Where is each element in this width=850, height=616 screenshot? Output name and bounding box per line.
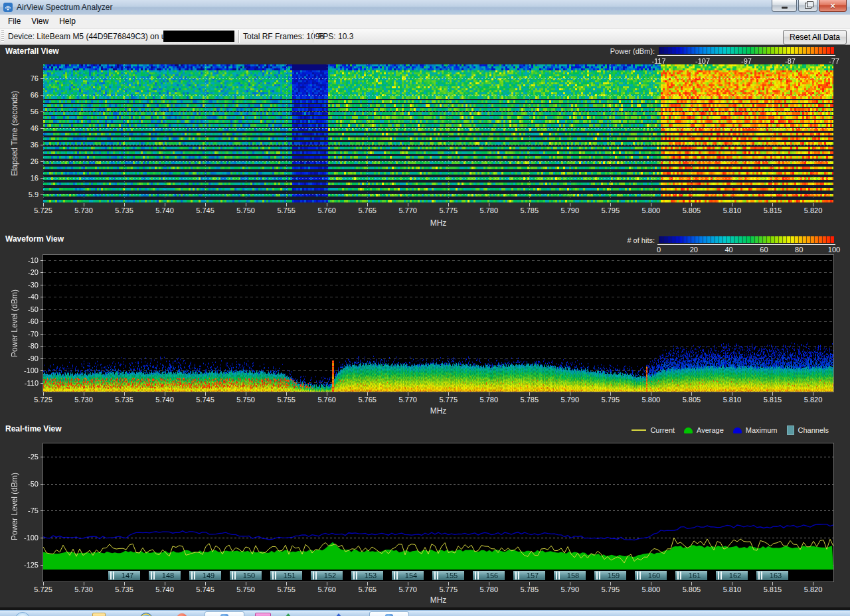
y-tick-mark xyxy=(41,510,43,511)
total-frames-status: Total RF Frames: 1096 xyxy=(243,29,324,44)
blue-triangle-app-icon[interactable] xyxy=(332,613,345,616)
red-app-icon[interactable] xyxy=(177,613,187,616)
y-tick-mark xyxy=(41,334,43,335)
x-tick-label: 5.790 xyxy=(561,206,580,214)
hits-colorbar xyxy=(659,236,834,243)
colorbar-tick-label: 20 xyxy=(690,246,698,254)
x-tick-label: 5.785 xyxy=(521,585,539,593)
colorbar-tick-label: -87 xyxy=(785,57,796,65)
colorbar-tick-label: -97 xyxy=(741,57,752,65)
start-orb-icon[interactable] xyxy=(15,612,31,616)
open-window-button-2[interactable] xyxy=(369,611,409,616)
close-icon: × xyxy=(830,1,835,11)
y-tick-mark xyxy=(41,95,43,96)
legend-item-maximum: Maximum xyxy=(733,426,778,434)
x-tick-label: 5.740 xyxy=(155,206,174,214)
toolbar-grip-icon[interactable] xyxy=(1,31,4,42)
x-tick-label: 5.800 xyxy=(642,206,661,214)
restore-button[interactable] xyxy=(798,0,817,12)
waterfall-heatmap-canvas xyxy=(43,64,833,202)
x-tick-label: 5.800 xyxy=(642,396,661,404)
y-tick-label: -90 xyxy=(28,354,39,362)
x-tick-label: 5.765 xyxy=(358,396,377,404)
x-tick-label: 5.735 xyxy=(115,206,133,214)
maximum-area-icon xyxy=(733,427,742,433)
y-tick-label: -70 xyxy=(28,330,39,338)
x-tick-label: 5.725 xyxy=(34,585,52,593)
title-bar: AirView Spectrum Analyzer × xyxy=(0,0,850,15)
x-tick-label: 5.725 xyxy=(34,206,52,214)
waveform-heatmap-canvas xyxy=(43,255,833,392)
internet-explorer-icon[interactable] xyxy=(139,613,153,616)
legend-channels-label: Channels xyxy=(798,426,829,434)
x-tick-label: 5.780 xyxy=(480,206,499,214)
x-tick-label: 5.755 xyxy=(277,206,296,214)
colorbar-tick-label: -117 xyxy=(651,57,665,65)
legend-item-current: Current xyxy=(632,426,675,434)
x-tick-label: 5.730 xyxy=(74,206,93,214)
hits-colorbar-underline xyxy=(657,244,835,245)
y-tick-mark xyxy=(41,370,43,371)
y-tick-label: 66 xyxy=(31,91,39,99)
close-button[interactable]: × xyxy=(819,0,847,12)
x-tick-label: 5.800 xyxy=(642,585,661,593)
menu-view[interactable]: View xyxy=(26,15,54,27)
x-axis-unit-label: MHz xyxy=(430,218,447,228)
x-tick-label: 5.815 xyxy=(764,206,782,214)
x-tick-label: 5.805 xyxy=(683,206,701,214)
x-tick-label: 5.730 xyxy=(74,396,93,404)
x-tick-label: 5.815 xyxy=(764,585,782,593)
x-tick-label: 5.805 xyxy=(683,585,701,593)
y-tick-mark xyxy=(41,383,43,384)
fps-status: FPS: 10.3 xyxy=(318,29,353,44)
green-app-icon[interactable] xyxy=(282,613,295,616)
open-window-button-1[interactable] xyxy=(205,611,244,616)
pink-app-icon[interactable] xyxy=(255,613,271,616)
y-tick-label: -100 xyxy=(24,366,39,374)
window-title: AirView Spectrum Analyzer xyxy=(17,3,113,12)
menu-file[interactable]: File xyxy=(3,15,26,27)
y-tick-label: -125 xyxy=(24,561,39,569)
average-area-icon xyxy=(684,427,693,433)
x-tick-label: 5.775 xyxy=(439,585,458,593)
x-tick-label: 5.810 xyxy=(723,396,742,404)
minimize-button[interactable] xyxy=(772,0,797,12)
restore-icon xyxy=(805,3,811,9)
y-tick-label: -50 xyxy=(28,480,39,488)
menu-help[interactable]: Help xyxy=(54,15,81,27)
legend-current-label: Current xyxy=(650,426,675,434)
x-tick-label: 5.820 xyxy=(804,206,823,214)
y-tick-mark xyxy=(41,194,43,195)
legend-average-label: Average xyxy=(697,426,724,434)
x-tick-label: 5.785 xyxy=(521,396,539,404)
realtime-y-axis-title: Power Level (dBm) xyxy=(10,473,19,540)
colorbar-tick-label: 0 xyxy=(657,246,661,254)
colorbar-tick-label: 60 xyxy=(760,246,768,254)
x-tick-label: 5.735 xyxy=(115,585,133,593)
folder-icon[interactable] xyxy=(92,613,106,616)
y-tick-mark xyxy=(41,260,43,261)
x-tick-label: 5.730 xyxy=(74,585,93,593)
x-tick-label: 5.725 xyxy=(34,396,52,404)
x-tick-label: 5.740 xyxy=(155,396,174,404)
redacted-host xyxy=(163,31,234,42)
reset-all-data-button[interactable]: Reset All Data xyxy=(783,30,847,44)
x-tick-label: 5.765 xyxy=(358,585,377,593)
menu-bar: File View Help xyxy=(0,15,850,29)
y-tick-mark xyxy=(41,297,43,297)
app-icon xyxy=(3,3,13,12)
waveform-y-axis-title: Power Level (dBm) xyxy=(10,289,19,357)
realtime-section-title: Real-time View xyxy=(5,424,61,433)
y-tick-mark xyxy=(41,484,43,485)
status-toolbar: Device: LiteBeam M5 (44D9E76849C3) on ub… xyxy=(0,29,850,45)
y-tick-mark xyxy=(41,161,43,162)
x-tick-label: 5.820 xyxy=(804,396,823,404)
x-tick-label: 5.795 xyxy=(602,396,620,404)
windows-taskbar[interactable] xyxy=(0,610,850,616)
x-tick-label: 5.780 xyxy=(480,585,499,593)
airview-window: AirView Spectrum Analyzer × File View He… xyxy=(0,0,850,616)
y-tick-mark xyxy=(41,358,43,359)
x-tick-label: 5.760 xyxy=(317,396,336,404)
legend-item-average: Average xyxy=(684,426,724,434)
minimize-icon xyxy=(782,7,788,9)
